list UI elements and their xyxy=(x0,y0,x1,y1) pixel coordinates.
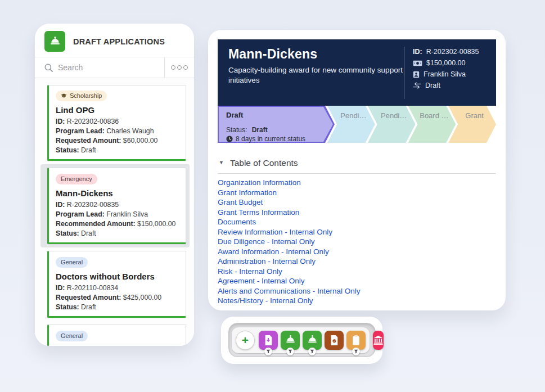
search-bar xyxy=(35,57,194,78)
toc-link[interactable]: Grant Terms Information xyxy=(218,208,299,218)
application-field: Status: Draft xyxy=(56,303,179,312)
dock-item-bank[interactable] xyxy=(373,331,384,350)
toc-link[interactable]: Award Information - Internal Only xyxy=(218,247,329,257)
category-badge-label: Scholarship xyxy=(70,93,102,99)
search-icon xyxy=(44,63,53,73)
category-badge-label: Emergency xyxy=(61,176,92,182)
stage-label: Pendi… xyxy=(336,111,366,143)
toc-link[interactable]: Risk - Internal Only xyxy=(218,267,282,277)
meta-status: Draft xyxy=(413,82,488,89)
more-options-icon xyxy=(177,65,182,70)
toc-section-header[interactable]: ▼ Table of Contents xyxy=(218,158,496,174)
toc-link[interactable]: Documents xyxy=(218,217,256,227)
collapse-caret-icon: ▼ xyxy=(219,160,224,165)
application-card[interactable]: GeneralAmerican National Red CrossID: R-… xyxy=(47,325,186,346)
application-field: ID: R-202302-00836 xyxy=(56,117,179,127)
application-title: Mann-Dickens xyxy=(56,188,179,198)
toc-link[interactable]: Grant Information xyxy=(218,188,277,198)
filter-funnel-badge xyxy=(264,348,272,355)
field-label: ID: xyxy=(56,284,65,292)
application-field: Status: Draft xyxy=(56,146,179,155)
contact-badge-icon xyxy=(413,71,420,78)
record-title: Mann-Dickens xyxy=(228,47,404,62)
category-badge: General xyxy=(56,331,88,341)
list-item-selected[interactable]: EmergencyMann-DickensID: R-202302-00835P… xyxy=(40,164,190,247)
toc-link[interactable]: Grant Budget xyxy=(218,197,263,208)
meta-id-value: R-202302-00835 xyxy=(426,48,479,56)
dock-item-document-download[interactable] xyxy=(259,331,278,350)
record-subtitle: Capacity-building award for new communit… xyxy=(228,65,404,85)
banknote-icon xyxy=(413,60,422,66)
toc-link[interactable]: Organization Information xyxy=(218,178,301,188)
list-item[interactable]: GeneralDoctors without BordersID: R-2021… xyxy=(40,247,190,321)
category-badge-label: General xyxy=(61,259,83,265)
applications-list: ScholarshipLind OPGID: R-202302-00836Pro… xyxy=(35,78,194,346)
toc-link[interactable]: Administration - Internal Only xyxy=(218,256,316,267)
more-options-icon xyxy=(171,65,175,70)
application-field: Program Lead: Charles Waugh xyxy=(56,127,179,136)
table-of-contents-section: ▼ Table of Contents Organization Informa… xyxy=(218,158,496,306)
application-title: Lind OPG xyxy=(56,105,179,115)
dock-item-clipboard[interactable] xyxy=(346,331,366,350)
dock-item-service-bell[interactable] xyxy=(281,331,300,350)
list-item[interactable]: ScholarshipLind OPGID: R-202302-00836Pro… xyxy=(40,82,190,164)
more-options-button[interactable] xyxy=(165,57,194,78)
stage-label: Grant xyxy=(461,111,484,143)
application-card[interactable]: ScholarshipLind OPGID: R-202302-00836Pro… xyxy=(47,85,186,161)
category-badge: Scholarship xyxy=(56,91,107,101)
record-header: Mann-Dickens Capacity-building award for… xyxy=(218,39,496,106)
field-label: Status: xyxy=(56,229,79,237)
application-card[interactable]: GeneralDoctors without BordersID: R-2021… xyxy=(47,251,186,318)
clock-icon xyxy=(226,136,233,142)
application-field: Status: Draft xyxy=(56,229,179,238)
toc-link[interactable]: Due Diligence - Internal Only xyxy=(218,237,315,247)
meta-status-value: Draft xyxy=(425,82,440,89)
toc-title: Table of Contents xyxy=(230,158,298,168)
application-card[interactable]: EmergencyMann-DickensID: R-202302-00835P… xyxy=(47,168,186,244)
application-field: Program Lead: Franklin Silva xyxy=(56,210,179,219)
panel-title: DRAFT APPLICATIONS xyxy=(73,37,165,46)
field-label: Status: xyxy=(56,146,79,154)
dock-item-document-seal[interactable] xyxy=(325,331,344,350)
field-label: ID: xyxy=(56,201,65,209)
application-title: Doctors without Borders xyxy=(56,272,179,281)
application-field: ID: R-202302-00835 xyxy=(56,200,179,210)
toc-link[interactable]: Agreement - Internal Only xyxy=(218,276,305,286)
record-header-titles: Mann-Dickens Capacity-building award for… xyxy=(228,47,404,99)
field-label: Recommended Amount: xyxy=(56,220,136,228)
meta-amount-value: $150,000.00 xyxy=(426,59,466,67)
document-seal-icon xyxy=(329,335,339,346)
record-meta: ID: R-202302-00835 $150,000.00 xyxy=(404,47,488,99)
field-label: Requested Amount: xyxy=(56,137,121,145)
more-options-icon xyxy=(183,65,188,70)
meta-id-label: ID: xyxy=(413,48,422,56)
draft-applications-app-icon xyxy=(44,31,65,52)
meta-amount: $150,000.00 xyxy=(413,59,488,67)
meta-lead-value: Franklin Silva xyxy=(424,70,466,78)
application-field: Requested Amount: $60,000.00 xyxy=(56,136,179,146)
service-bell-icon xyxy=(285,334,296,346)
filter-funnel-badge xyxy=(352,348,360,355)
meta-id: ID: R-202302-00835 xyxy=(413,48,488,56)
field-label: Program Lead: xyxy=(56,127,105,135)
stage-status-line: Status: Draft xyxy=(226,125,335,134)
meta-lead: Franklin Silva xyxy=(413,70,488,78)
dock-add-button[interactable]: + xyxy=(236,331,255,350)
service-bell-icon xyxy=(49,35,61,48)
field-label: Program Lead: xyxy=(56,210,105,218)
dock-subtray: + xyxy=(232,327,370,353)
pipeline-stage-active[interactable]: DraftStatus: Draft8 days in current stat… xyxy=(218,106,335,143)
application-field: Requested Amount: $425,000.00 xyxy=(56,293,179,303)
dock-item-service-bell[interactable] xyxy=(303,331,322,350)
toc-link[interactable]: Alerts and Communications - Internal Onl… xyxy=(218,286,361,296)
stage-label: Pendi… xyxy=(376,111,407,143)
toc-link[interactable]: Notes/History - Internal Only xyxy=(218,296,313,306)
category-badge: Emergency xyxy=(56,174,97,184)
field-label: ID: xyxy=(56,118,65,125)
draft-applications-panel: DRAFT APPLICATIONS ScholarshipLind OPGID… xyxy=(35,24,194,346)
search-input[interactable] xyxy=(53,63,164,72)
field-label: Requested Amount: xyxy=(56,294,121,301)
toc-link[interactable]: Review Information - Internal Only xyxy=(218,227,332,237)
list-item[interactable]: GeneralAmerican National Red CrossID: R-… xyxy=(40,321,190,346)
application-field: ID: R-202110-00834 xyxy=(56,283,179,293)
